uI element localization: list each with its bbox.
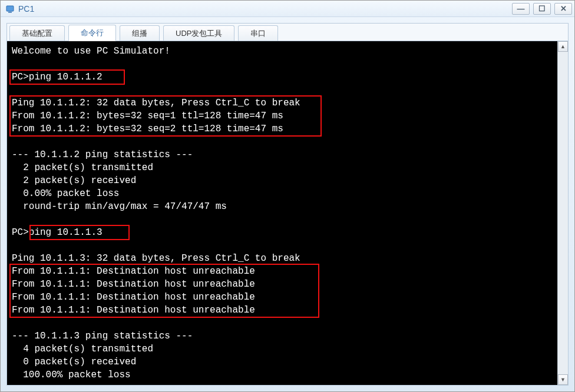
terminal-line bbox=[12, 213, 553, 226]
tab-basic-config[interactable]: 基础配置 bbox=[9, 25, 65, 41]
terminal-line: 0 packet(s) received bbox=[12, 356, 553, 368]
content-area: 基础配置 命令行 组播 UDP发包工具 串口 Welcome to use PC… bbox=[6, 23, 569, 386]
terminal-line: --- 10.1.1.2 ping statistics --- bbox=[12, 148, 553, 161]
scroll-down-button[interactable]: ▼ bbox=[558, 374, 568, 385]
terminal-line: 0.00% packet loss bbox=[12, 187, 553, 200]
tab-multicast[interactable]: 组播 bbox=[120, 25, 160, 41]
terminal-line: 100.00% packet loss bbox=[12, 368, 553, 381]
terminal-line: PC>ping 10.1.1.2 bbox=[12, 71, 553, 84]
terminal-line: From 10.1.1.1: Destination host unreacha… bbox=[12, 278, 553, 291]
scrollbar[interactable]: ▲ ▼ bbox=[557, 41, 568, 385]
terminal-line: From 10.1.1.1: Destination host unreacha… bbox=[12, 291, 553, 304]
terminal[interactable]: Welcome to use PC Simulator! PC>ping 10.… bbox=[7, 41, 557, 385]
terminal-line: Ping 10.1.1.2: 32 data bytes, Press Ctrl… bbox=[12, 97, 553, 109]
terminal-line: 4 packet(s) transmitted bbox=[12, 343, 553, 356]
tab-udp-tool[interactable]: UDP发包工具 bbox=[163, 25, 234, 41]
terminal-line: PC>ping 10.1.1.3 bbox=[12, 226, 553, 239]
maximize-button[interactable]: ☐ bbox=[533, 3, 551, 15]
terminal-line: 2 packet(s) transmitted bbox=[12, 161, 553, 174]
terminal-line: round-trip min/avg/max = 47/47/47 ms bbox=[12, 200, 553, 213]
terminal-line: --- 10.1.1.3 ping statistics --- bbox=[12, 330, 553, 343]
terminal-line bbox=[12, 239, 553, 252]
terminal-line: Welcome to use PC Simulator! bbox=[12, 45, 553, 58]
titlebar[interactable]: PC1 — ☐ ✕ bbox=[1, 1, 574, 17]
scroll-up-button[interactable]: ▲ bbox=[558, 41, 568, 52]
app-icon bbox=[5, 4, 15, 14]
window-controls: — ☐ ✕ bbox=[512, 3, 572, 15]
close-button[interactable]: ✕ bbox=[554, 3, 572, 15]
minimize-button[interactable]: — bbox=[512, 3, 530, 15]
terminal-line: From 10.1.1.2: bytes=32 seq=1 ttl=128 ti… bbox=[12, 109, 553, 122]
window-title: PC1 bbox=[18, 4, 512, 14]
terminal-wrapper: Welcome to use PC Simulator! PC>ping 10.… bbox=[7, 41, 568, 385]
terminal-line: From 10.1.1.1: Destination host unreacha… bbox=[12, 265, 553, 278]
terminal-line: From 10.1.1.2: bytes=32 seq=2 ttl=128 ti… bbox=[12, 122, 553, 135]
svg-rect-1 bbox=[8, 12, 12, 13]
terminal-line bbox=[12, 317, 553, 330]
tab-command-line[interactable]: 命令行 bbox=[68, 25, 116, 41]
scroll-track[interactable] bbox=[558, 52, 568, 374]
terminal-line bbox=[12, 135, 553, 148]
tab-serial[interactable]: 串口 bbox=[238, 25, 278, 41]
tab-bar: 基础配置 命令行 组播 UDP发包工具 串口 bbox=[7, 24, 568, 41]
terminal-line bbox=[12, 58, 553, 71]
terminal-line bbox=[12, 84, 553, 97]
terminal-line: Ping 10.1.1.3: 32 data bytes, Press Ctrl… bbox=[12, 252, 553, 265]
svg-rect-0 bbox=[6, 6, 14, 11]
terminal-line: From 10.1.1.1: Destination host unreacha… bbox=[12, 304, 553, 317]
terminal-line: 2 packet(s) received bbox=[12, 174, 553, 187]
app-window: PC1 — ☐ ✕ 基础配置 命令行 组播 UDP发包工具 串口 Welcome… bbox=[0, 0, 575, 392]
